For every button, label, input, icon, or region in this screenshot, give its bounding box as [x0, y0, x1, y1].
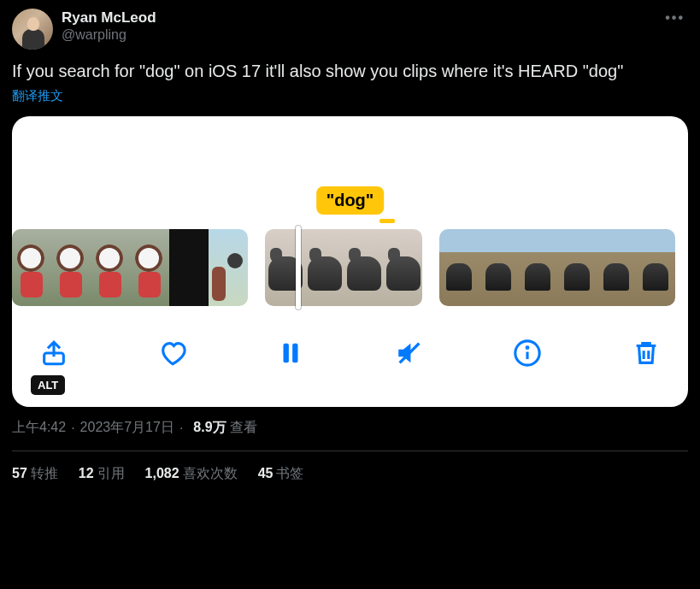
video-frame [597, 229, 636, 306]
clip-group[interactable] [265, 229, 422, 306]
tweet-header: Ryan McLeod @warpling ••• [12, 9, 688, 50]
tweet-container: Ryan McLeod @warpling ••• If you search … [12, 9, 688, 483]
tweet-date[interactable]: 2023年7月17日 [80, 419, 174, 437]
bookmarks-stat[interactable]: 45书签 [258, 465, 304, 483]
video-frame [12, 229, 51, 306]
video-frame [636, 229, 675, 306]
video-frame [91, 229, 130, 306]
quotes-label: 引用 [97, 466, 125, 480]
video-timeline[interactable] [12, 229, 688, 306]
media-toolbar [24, 339, 676, 368]
likes-count: 1,082 [145, 466, 179, 480]
mute-icon[interactable] [395, 339, 424, 368]
tweet-text: If you search for "dog" on iOS 17 it'll … [12, 60, 688, 83]
video-frame [439, 229, 479, 306]
alt-badge[interactable]: ALT [31, 375, 65, 395]
video-frame [344, 229, 383, 306]
avatar[interactable] [12, 9, 53, 50]
views-count: 8.9万 [193, 419, 226, 437]
media-card[interactable]: "dog" [12, 116, 688, 407]
share-icon[interactable] [39, 339, 68, 368]
playhead[interactable] [296, 226, 301, 309]
video-frame [479, 229, 518, 306]
video-frame [557, 229, 597, 306]
clip-group[interactable] [12, 229, 248, 306]
tweet-time[interactable]: 上午4:42 [12, 419, 66, 437]
likes-stat[interactable]: 1,082喜欢次数 [145, 465, 238, 483]
svg-point-5 [527, 347, 529, 349]
author-block[interactable]: Ryan McLeod @warpling [62, 9, 156, 44]
quotes-count: 12 [79, 466, 94, 480]
video-frame [130, 229, 169, 306]
video-frame [518, 229, 557, 306]
views-label: 查看 [230, 419, 257, 437]
quotes-stat[interactable]: 12引用 [79, 465, 125, 483]
video-frame [209, 229, 248, 306]
retweets-label: 转推 [31, 466, 58, 480]
tweet-meta: 上午4:42 · 2023年7月17日 · 8.9万 查看 [12, 419, 688, 437]
author-handle: @warpling [62, 27, 156, 44]
search-result-tag: "dog" [316, 186, 385, 215]
video-frame [383, 229, 422, 306]
pause-icon[interactable] [276, 339, 305, 368]
likes-label: 喜欢次数 [183, 466, 238, 480]
bookmarks-label: 书签 [276, 466, 303, 480]
heart-icon[interactable] [158, 339, 187, 368]
more-icon[interactable]: ••• [665, 10, 685, 26]
separator-dot: · [71, 421, 74, 436]
video-frame [51, 229, 91, 306]
tweet-stats: 57转推 12引用 1,082喜欢次数 45书签 [12, 465, 688, 483]
clip-group[interactable] [439, 229, 675, 306]
svg-rect-2 [292, 344, 297, 363]
retweets-stat[interactable]: 57转推 [12, 465, 58, 483]
search-match-marker [379, 219, 395, 223]
svg-rect-1 [284, 344, 289, 363]
video-frame [304, 229, 344, 306]
video-frame [169, 229, 209, 306]
trash-icon[interactable] [632, 339, 661, 368]
bookmarks-count: 45 [258, 466, 274, 480]
divider [12, 451, 688, 451]
author-display-name: Ryan McLeod [62, 9, 156, 27]
info-icon[interactable] [513, 339, 542, 368]
retweets-count: 57 [12, 466, 27, 480]
separator-dot: · [179, 421, 183, 436]
translate-link[interactable]: 翻译推文 [12, 88, 63, 104]
